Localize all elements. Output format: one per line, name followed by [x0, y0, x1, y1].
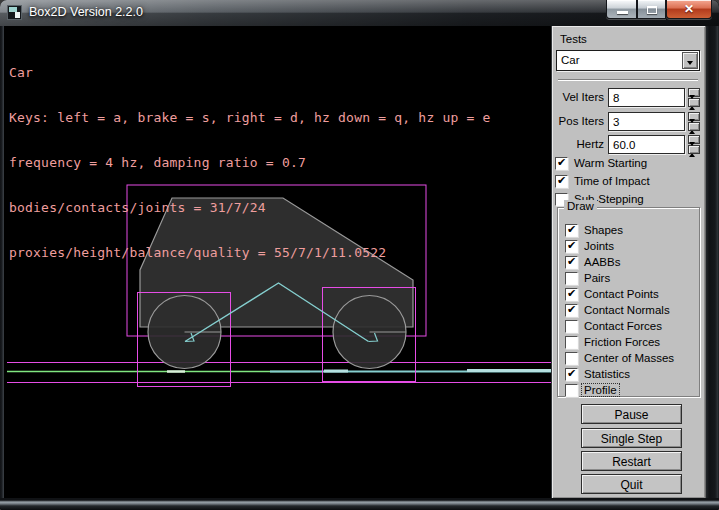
- quit-button[interactable]: Quit: [581, 474, 682, 494]
- pos-iters-label: Pos Iters: [552, 115, 604, 127]
- minimize-icon: [617, 11, 628, 14]
- stats-line: proxies/height/balance/quality = 55/7/1/…: [9, 245, 491, 260]
- vel-iters-input[interactable]: 8: [608, 88, 685, 107]
- hertz-input[interactable]: 60.0: [608, 135, 685, 154]
- profile-checkbox[interactable]: ✔: [565, 384, 578, 397]
- tests-dropdown-button[interactable]: [682, 52, 698, 69]
- close-button[interactable]: ✕: [666, 0, 712, 19]
- hertz-label: Hertz: [552, 138, 604, 150]
- pos-iters-down-button[interactable]: [688, 122, 700, 131]
- check-icon: ✔: [567, 367, 576, 380]
- check-icon: ✔: [567, 223, 576, 236]
- stats-line: Car: [9, 65, 491, 80]
- stats-line: frequency = 4 hz, damping ratio = 0.7: [9, 155, 491, 170]
- shapes-checkbox[interactable]: ✔: [565, 224, 578, 237]
- profile-label: Profile: [582, 384, 619, 396]
- contact-forces-label: Contact Forces: [584, 320, 662, 332]
- check-icon: ✔: [567, 255, 576, 268]
- draw-group: Draw ✔ Shapes ✔ Joints ✔ AABBs ✔ Pairs ✔…: [557, 207, 700, 397]
- restart-button[interactable]: Restart: [581, 451, 682, 471]
- window-title: Box2D Version 2.2.0: [29, 5, 143, 19]
- vel-iters-down-button[interactable]: [688, 98, 700, 107]
- app-icon: [7, 5, 22, 20]
- check-icon: ✔: [557, 174, 566, 187]
- single-step-button[interactable]: Single Step: [581, 428, 682, 448]
- pos-iters-input[interactable]: 3: [608, 112, 685, 131]
- window-frame-right: [706, 26, 719, 498]
- check-icon: ✔: [557, 156, 566, 169]
- contact-normals-checkbox[interactable]: ✔: [565, 304, 578, 317]
- shapes-label: Shapes: [584, 224, 623, 236]
- tests-label: Tests: [560, 33, 587, 45]
- joints-label: Joints: [584, 240, 614, 252]
- vel-iters-label: Vel Iters: [552, 91, 604, 103]
- close-icon: ✕: [667, 2, 711, 16]
- window-frame-bottom: [0, 498, 719, 510]
- time-of-impact-label: Time of Impact: [574, 175, 650, 187]
- box2d-window: Box2D Version 2.2.0 ✕ Car Keys: left = a…: [0, 0, 719, 510]
- friction-forces-checkbox[interactable]: ✔: [565, 336, 578, 349]
- warm-starting-checkbox[interactable]: ✔: [555, 157, 568, 170]
- warm-starting-label: Warm Starting: [574, 157, 647, 169]
- pairs-label: Pairs: [584, 272, 610, 284]
- pause-button[interactable]: Pause: [581, 404, 682, 424]
- contact-normals-label: Contact Normals: [584, 304, 670, 316]
- chevron-down-icon: [687, 61, 693, 65]
- debug-stats-text: Car Keys: left = a, brake = s, right = d…: [9, 35, 491, 290]
- stats-line: bodies/contacts/joints = 31/7/24: [9, 200, 491, 215]
- contact-points-checkbox[interactable]: ✔: [565, 288, 578, 301]
- contact-points-label: Contact Points: [584, 288, 659, 300]
- tests-dropdown-value: Car: [561, 54, 580, 66]
- joints-checkbox[interactable]: ✔: [565, 240, 578, 253]
- check-icon: ✔: [567, 303, 576, 316]
- maximize-icon: [647, 6, 657, 14]
- tests-dropdown[interactable]: Car: [556, 50, 700, 71]
- control-panel: Tests Car Vel Iters 8 Pos Iters 3 Hertz: [551, 26, 706, 498]
- statistics-checkbox[interactable]: ✔: [565, 368, 578, 381]
- aabbs-checkbox[interactable]: ✔: [565, 256, 578, 269]
- check-icon: ✔: [567, 287, 576, 300]
- statistics-label: Statistics: [584, 368, 630, 380]
- hertz-down-button[interactable]: [688, 145, 700, 154]
- time-of-impact-checkbox[interactable]: ✔: [555, 175, 568, 188]
- center-of-masses-checkbox[interactable]: ✔: [565, 352, 578, 365]
- separator: [558, 79, 698, 81]
- stats-line: Keys: left = a, brake = s, right = d, hz…: [9, 110, 491, 125]
- minimize-button[interactable]: [606, 0, 637, 19]
- pairs-checkbox[interactable]: ✔: [565, 272, 578, 285]
- aabbs-label: AABBs: [584, 256, 620, 268]
- draw-group-title: Draw: [564, 200, 597, 212]
- contact-forces-checkbox[interactable]: ✔: [565, 320, 578, 333]
- simulation-canvas[interactable]: Car Keys: left = a, brake = s, right = d…: [4, 26, 551, 498]
- check-icon: ✔: [567, 239, 576, 252]
- center-of-masses-label: Center of Masses: [584, 352, 674, 364]
- friction-forces-label: Friction Forces: [584, 336, 660, 348]
- titlebar[interactable]: Box2D Version 2.2.0 ✕: [0, 0, 719, 26]
- maximize-button[interactable]: [637, 0, 666, 19]
